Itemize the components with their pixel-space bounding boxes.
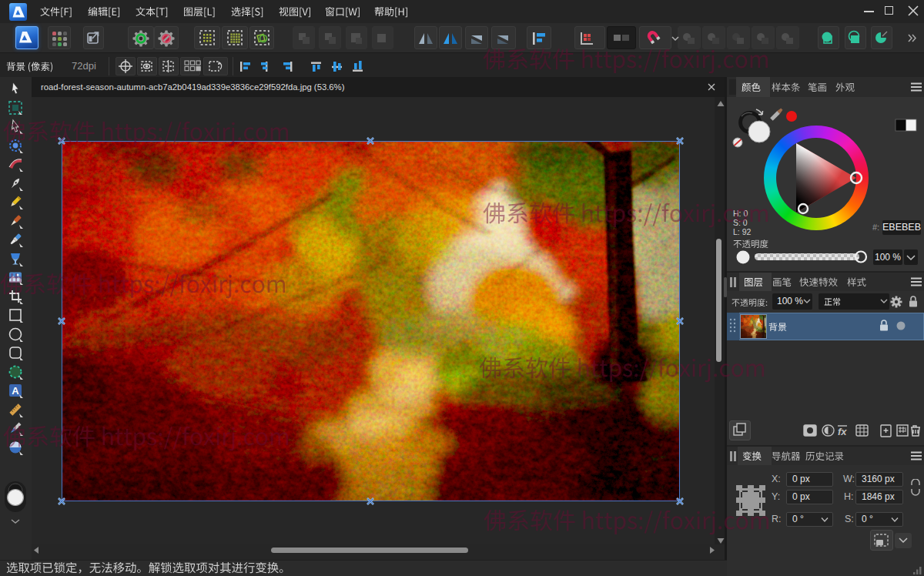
svg-text:fx: fx	[838, 426, 847, 437]
